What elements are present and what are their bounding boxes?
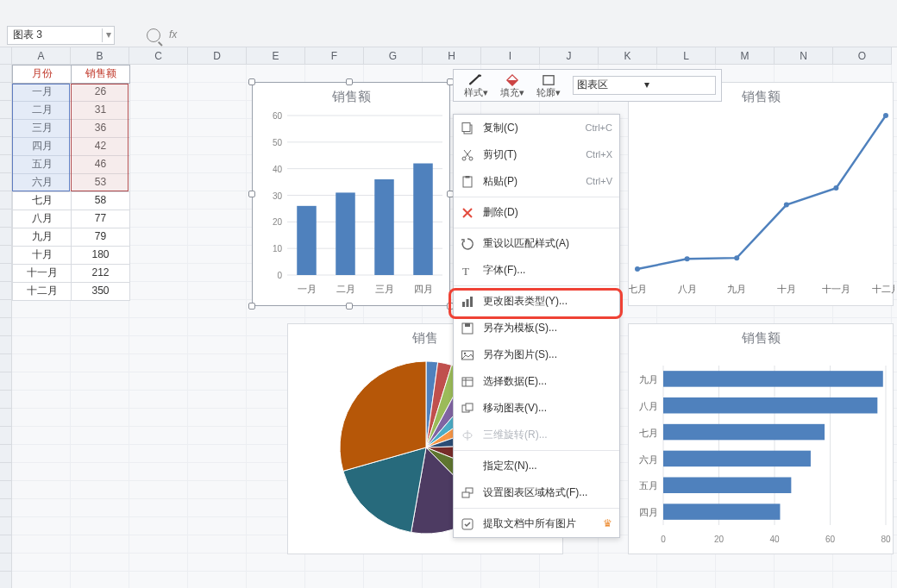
row-header[interactable]: [0, 101, 12, 119]
chart-line[interactable]: 销售额 七月八月九月十月十一月十二月: [628, 82, 894, 306]
ctx-paste[interactable]: 粘贴(P)Ctrl+V: [454, 168, 619, 195]
resize-handle[interactable]: [346, 303, 353, 310]
col-header[interactable]: N: [775, 47, 833, 65]
row-header[interactable]: [0, 318, 12, 336]
formula-input-area[interactable]: fx: [147, 26, 177, 45]
ctx-move-chart[interactable]: 移动图表(V)...: [454, 395, 619, 422]
col-header[interactable]: D: [188, 47, 247, 65]
style-button[interactable]: 样式▾: [459, 72, 493, 98]
table-cell[interactable]: 十一月: [13, 265, 72, 283]
col-header[interactable]: E: [247, 47, 305, 65]
column-headers[interactable]: ABCDEFGHIJKLMNO: [0, 47, 892, 65]
row-header[interactable]: [0, 427, 12, 445]
row-header[interactable]: [0, 572, 12, 588]
resize-handle[interactable]: [248, 191, 255, 197]
chart-area-selector[interactable]: 图表区 ▾: [573, 76, 716, 95]
table-cell[interactable]: 二月: [13, 102, 72, 120]
row-header[interactable]: [0, 445, 12, 463]
row-header[interactable]: [0, 282, 12, 300]
col-header[interactable]: B: [71, 47, 129, 65]
ctx-select-data[interactable]: 选择数据(E)...: [454, 368, 619, 395]
table-cell[interactable]: 53: [72, 174, 130, 192]
row-header[interactable]: [0, 228, 12, 246]
table-cell[interactable]: 36: [72, 120, 130, 138]
chart-bar[interactable]: 销售额 0102030405060一月二月三月四月: [252, 82, 450, 306]
col-header[interactable]: [0, 47, 12, 65]
table-cell[interactable]: 七月: [13, 192, 72, 210]
row-header[interactable]: [0, 137, 12, 155]
col-header[interactable]: F: [305, 47, 364, 65]
col-header[interactable]: G: [364, 47, 423, 65]
row-header[interactable]: [0, 119, 12, 137]
table-cell[interactable]: 五月: [13, 156, 72, 174]
table-cell[interactable]: 42: [72, 138, 130, 156]
table-cell[interactable]: 六月: [13, 174, 72, 192]
fill-button[interactable]: 填充▾: [495, 72, 530, 98]
ctx-save-image[interactable]: 另存为图片(S)...: [454, 341, 619, 368]
table-cell[interactable]: 26: [72, 84, 130, 102]
table-cell[interactable]: 180: [72, 247, 130, 265]
col-header[interactable]: M: [716, 47, 775, 65]
row-header[interactable]: [0, 391, 12, 409]
ctx-cut[interactable]: 剪切(T)Ctrl+X: [454, 141, 619, 168]
col-header[interactable]: K: [599, 47, 657, 65]
ctx-delete[interactable]: 删除(D): [454, 199, 619, 226]
table-cell[interactable]: 十二月: [13, 283, 72, 301]
row-header[interactable]: [0, 354, 12, 372]
col-header[interactable]: A: [12, 47, 71, 65]
row-header[interactable]: [0, 517, 12, 535]
ctx-assign-macro[interactable]: 指定宏(N)...: [454, 453, 619, 479]
row-header[interactable]: [0, 83, 12, 101]
table-cell[interactable]: 八月: [13, 210, 72, 228]
row-header[interactable]: [0, 554, 12, 572]
table-cell[interactable]: 一月: [13, 84, 72, 102]
resize-handle[interactable]: [248, 303, 255, 310]
table-cell[interactable]: 十月: [13, 247, 72, 265]
col-header[interactable]: J: [540, 47, 599, 65]
col-header[interactable]: L: [657, 47, 716, 65]
table-header-cell[interactable]: 销售额: [72, 66, 130, 84]
row-header[interactable]: [0, 463, 12, 481]
col-header[interactable]: H: [423, 47, 481, 65]
col-header[interactable]: C: [129, 47, 188, 65]
table-cell[interactable]: 58: [72, 192, 130, 210]
table-cell[interactable]: 三月: [13, 120, 72, 138]
resize-handle[interactable]: [248, 78, 255, 85]
ctx-extract-images[interactable]: 提取文档中所有图片 ♛: [454, 510, 619, 537]
row-header[interactable]: [0, 191, 12, 210]
row-header[interactable]: [0, 300, 12, 318]
name-box-dropdown-icon[interactable]: ▾: [102, 28, 114, 42]
row-header[interactable]: [0, 481, 12, 499]
ctx-font[interactable]: T 字体(F)...: [454, 257, 619, 284]
ctx-change-chart-type[interactable]: 更改图表类型(Y)...: [454, 288, 619, 315]
ctx-reset-style[interactable]: 重设以匹配样式(A): [454, 230, 619, 257]
row-header[interactable]: [0, 372, 12, 391]
table-cell[interactable]: 79: [72, 228, 130, 247]
table-cell[interactable]: 212: [72, 265, 130, 283]
chart-floating-toolbar[interactable]: 样式▾ 填充▾ 轮廓▾ 图表区 ▾: [453, 69, 722, 102]
table-header-cell[interactable]: 月份: [13, 66, 72, 84]
row-header[interactable]: [0, 409, 12, 427]
table-cell[interactable]: 350: [72, 283, 130, 301]
row-header[interactable]: [0, 155, 12, 173]
name-box[interactable]: 图表 3 ▾: [7, 26, 115, 45]
row-header[interactable]: [0, 499, 12, 517]
ctx-format-chart-area[interactable]: 设置图表区域格式(F)...: [454, 479, 619, 506]
row-header[interactable]: [0, 336, 12, 354]
row-header[interactable]: [0, 535, 12, 554]
row-header[interactable]: [0, 264, 12, 282]
outline-button[interactable]: 轮廓▾: [531, 72, 566, 98]
row-header[interactable]: [0, 65, 12, 83]
col-header[interactable]: I: [481, 47, 540, 65]
resize-handle[interactable]: [346, 78, 353, 85]
ctx-copy[interactable]: 复制(C)Ctrl+C: [454, 115, 619, 141]
table-cell[interactable]: 四月: [13, 138, 72, 156]
table-cell[interactable]: 31: [72, 102, 130, 120]
row-headers[interactable]: [0, 65, 12, 588]
table-cell[interactable]: 九月: [13, 228, 72, 247]
row-header[interactable]: [0, 210, 12, 228]
row-header[interactable]: [0, 246, 12, 264]
col-header[interactable]: O: [833, 47, 892, 65]
table-cell[interactable]: 77: [72, 210, 130, 228]
zoom-icon[interactable]: [147, 28, 160, 42]
